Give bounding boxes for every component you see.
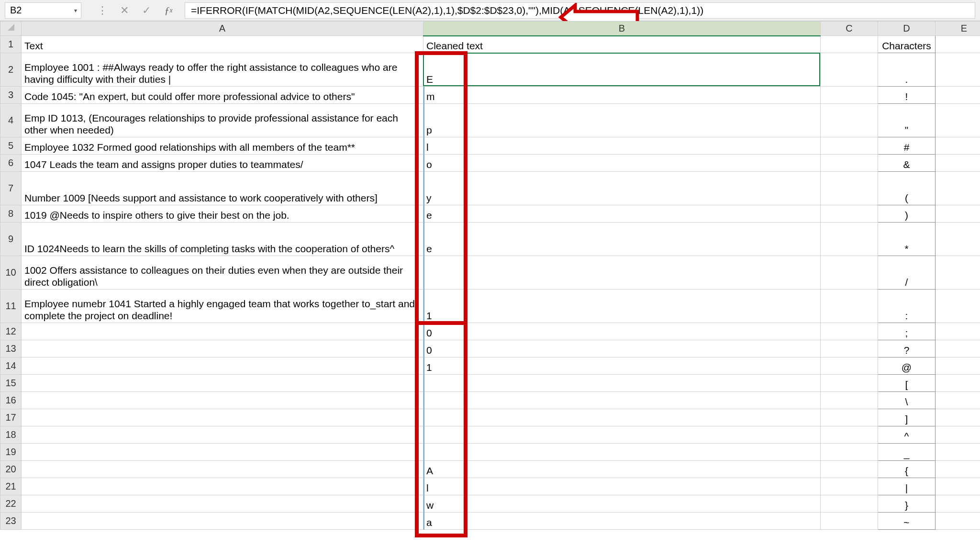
cell-A3[interactable]: Code 1045: "An expert, but could offer m… [22,87,423,104]
cell-C2[interactable] [821,53,878,87]
cell-E6[interactable] [935,155,980,172]
cell-D9[interactable]: * [878,223,935,256]
cell-E15[interactable] [935,375,980,392]
cell-E22[interactable] [935,495,980,513]
cell-B19[interactable] [423,444,821,461]
fx-icon[interactable]: ƒx [162,4,175,17]
cell-D5[interactable]: # [878,137,935,155]
col-header-D[interactable]: D [878,22,935,36]
cell-A5[interactable]: Employee 1032 Formed good relationships … [22,137,423,155]
cell-D13[interactable]: ? [878,340,935,357]
cell-D21[interactable]: | [878,478,935,495]
cell-D15[interactable]: [ [878,375,935,392]
cell-A8[interactable]: 1019 @Needs to inspire others to give th… [22,205,423,223]
cell-E16[interactable] [935,392,980,409]
cell-C6[interactable] [821,155,878,172]
cell-E23[interactable] [935,513,980,530]
cell-B4[interactable]: p [423,104,821,137]
cell-E12[interactable] [935,323,980,340]
select-all-corner[interactable] [0,22,22,36]
cell-D8[interactable]: ) [878,205,935,223]
cell-B14[interactable]: 1 [423,357,821,375]
cell-C10[interactable] [821,256,878,290]
row-header[interactable]: 16 [0,392,22,409]
cell-B7[interactable]: y [423,172,821,205]
cell-C13[interactable] [821,340,878,357]
cancel-icon[interactable]: ✕ [118,4,131,17]
cell-B11[interactable]: 1 [423,290,821,323]
row-header[interactable]: 12 [0,323,22,340]
cell-C4[interactable] [821,104,878,137]
cell-A1[interactable]: Text [22,36,423,53]
cell-B21[interactable]: l [423,478,821,495]
cell-E9[interactable] [935,223,980,256]
cell-B12[interactable]: 0 [423,323,821,340]
row-header[interactable]: 11 [0,290,22,323]
cell-E20[interactable] [935,461,980,478]
cell-E14[interactable] [935,357,980,375]
row-header[interactable]: 4 [0,104,22,137]
cell-D17[interactable]: ] [878,409,935,426]
cell-D20[interactable]: { [878,461,935,478]
row-header[interactable]: 22 [0,495,22,513]
cell-B3[interactable]: m [423,87,821,104]
cell-E13[interactable] [935,340,980,357]
cell-A19[interactable] [22,444,423,461]
cell-D11[interactable]: : [878,290,935,323]
row-header[interactable]: 19 [0,444,22,461]
cell-B23[interactable]: a [423,513,821,530]
cell-C7[interactable] [821,172,878,205]
cell-E7[interactable] [935,172,980,205]
cell-E4[interactable] [935,104,980,137]
cell-C20[interactable] [821,461,878,478]
cell-C15[interactable] [821,375,878,392]
row-header[interactable]: 7 [0,172,22,205]
enter-icon[interactable]: ✓ [140,4,153,17]
cell-B16[interactable] [423,392,821,409]
col-header-B[interactable]: B [423,22,821,36]
cell-C23[interactable] [821,513,878,530]
cell-D2[interactable]: . [878,53,935,87]
cell-C1[interactable] [821,36,878,53]
row-header[interactable]: 20 [0,461,22,478]
cell-E5[interactable] [935,137,980,155]
row-header[interactable]: 2 [0,53,22,87]
cell-B5[interactable]: l [423,137,821,155]
row-header[interactable]: 13 [0,340,22,357]
cell-A16[interactable] [22,392,423,409]
name-box-dropdown-icon[interactable]: ▾ [74,7,77,14]
cell-A10[interactable]: 1002 Offers assistance to colleagues on … [22,256,423,290]
col-header-E[interactable]: E [935,22,980,36]
cell-E2[interactable] [935,53,980,87]
cell-A23[interactable] [22,513,423,530]
cell-B9[interactable]: e [423,223,821,256]
cell-A4[interactable]: Emp ID 1013, (Encourages relationships t… [22,104,423,137]
cell-C9[interactable] [821,223,878,256]
cell-C22[interactable] [821,495,878,513]
cell-A2[interactable]: Employee 1001 : ##Always ready to offer … [22,53,423,87]
cell-C17[interactable] [821,409,878,426]
formula-input[interactable]: =IFERROR(IF(MATCH(MID(A2,SEQUENCE(LEN(A2… [185,2,975,19]
cell-D19[interactable]: _ [878,444,935,461]
cell-B18[interactable] [423,426,821,444]
cell-A12[interactable] [22,323,423,340]
col-header-A[interactable]: A [22,22,423,36]
cell-E8[interactable] [935,205,980,223]
cell-A18[interactable] [22,426,423,444]
cell-C14[interactable] [821,357,878,375]
cell-E17[interactable] [935,409,980,426]
cell-D4[interactable]: " [878,104,935,137]
cell-C16[interactable] [821,392,878,409]
col-header-C[interactable]: C [821,22,878,36]
cell-D7[interactable]: ( [878,172,935,205]
row-header[interactable]: 8 [0,205,22,223]
row-header[interactable]: 6 [0,155,22,172]
row-header[interactable]: 21 [0,478,22,495]
cell-D3[interactable]: ! [878,87,935,104]
cell-E10[interactable] [935,256,980,290]
cell-B1[interactable]: Cleaned text [423,36,821,53]
cell-C3[interactable] [821,87,878,104]
row-header[interactable]: 14 [0,357,22,375]
row-header[interactable]: 10 [0,256,22,290]
cell-C21[interactable] [821,478,878,495]
